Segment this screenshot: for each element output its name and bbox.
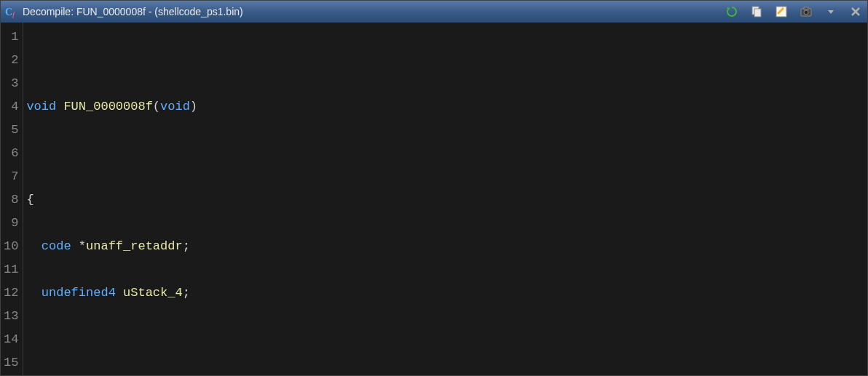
svg-text:f: f [12,11,15,18]
copy-icon[interactable] [749,4,764,19]
dropdown-icon[interactable] [824,4,838,19]
refresh-icon[interactable] [725,4,739,19]
close-icon[interactable] [848,4,863,19]
gutter-line: 6 [4,142,18,165]
gutter-line: 8 [4,188,18,212]
code-line: uStack_4 = 0x696e6977; [26,375,867,375]
svg-point-7 [804,10,808,15]
gutter-line: 2 [4,49,18,72]
code-line: code *unaff_retaddr; [26,235,867,258]
svg-rect-3 [754,9,761,17]
code-line: undefined4 uStack_4; [26,281,867,305]
code-area[interactable]: 1 2 3 4 5 6 7 8 9 10 11 12 13 14 15 void… [1,23,867,375]
gutter-line: 13 [4,305,18,328]
gutter-line: 4 [4,95,18,119]
gutter-line: 5 [4,119,18,142]
code-content[interactable]: void FUN_0000008f(void) { code *unaff_re… [23,23,867,375]
gutter-line: 9 [4,212,18,235]
gutter-line: 14 [4,328,18,351]
gutter-line: 12 [4,281,18,305]
gutter-line: 3 [4,72,18,95]
svg-rect-6 [804,7,808,9]
code-line [26,49,867,72]
decompile-icon: C f [5,5,18,18]
svg-text:C: C [5,7,12,17]
code-line [26,328,867,351]
code-line: { [26,188,867,212]
code-line: void FUN_0000008f(void) [26,95,867,119]
gutter-line: 10 [4,235,18,258]
decompile-window: C f Decompile: FUN_0000008f - (shellcode… [0,0,868,376]
titlebar: C f Decompile: FUN_0000008f - (shellcode… [1,1,867,23]
code-line [26,142,867,165]
titlebar-actions [725,4,863,19]
snapshot-icon[interactable] [799,4,813,19]
gutter-line: 7 [4,165,18,188]
window-title: Decompile: FUN_0000008f - (shellcode_ps1… [23,6,725,17]
line-gutter: 1 2 3 4 5 6 7 8 9 10 11 12 13 14 15 [1,23,23,375]
edit-icon[interactable] [774,4,789,19]
gutter-line: 11 [4,258,18,281]
gutter-line: 1 [4,25,18,49]
gutter-line: 15 [4,351,18,375]
